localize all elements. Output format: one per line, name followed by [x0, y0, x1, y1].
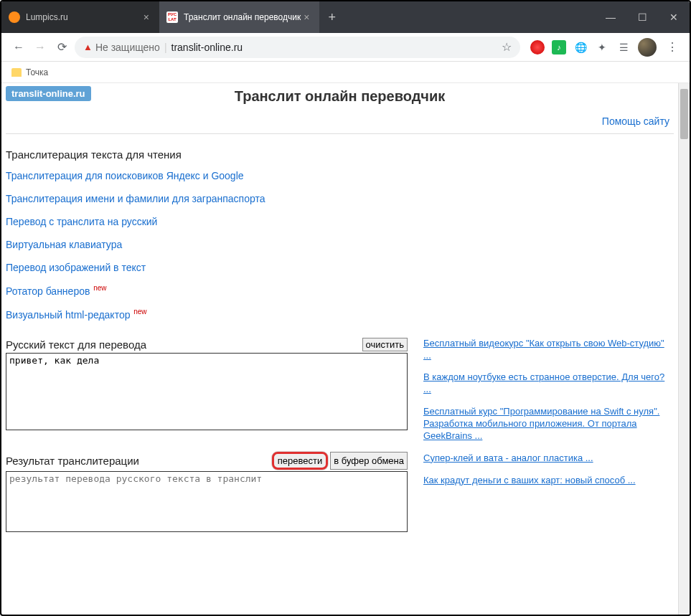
nav-link[interactable]: Перевод изображений в текст	[6, 262, 146, 273]
input-label: Русский текст для перевода	[6, 338, 146, 351]
site-logo[interactable]: translit-online.ru	[6, 86, 91, 101]
address-bar: ← → ⟳ ▲ Не защищено | translit-online.ru…	[1, 33, 690, 62]
scroll-thumb[interactable]	[680, 89, 688, 139]
bookmark-star-icon[interactable]: ☆	[502, 40, 512, 54]
folder-icon	[11, 68, 22, 77]
source-textarea[interactable]	[6, 353, 408, 430]
nav-link[interactable]: Виртуальная клавиатура	[6, 239, 122, 250]
result-textarea[interactable]	[6, 471, 408, 532]
globe-icon[interactable]: 🌐	[573, 40, 588, 55]
clipboard-button[interactable]: в буфер обмена	[330, 452, 408, 470]
new-badge: new	[91, 284, 106, 292]
back-button[interactable]: ←	[10, 39, 27, 56]
sidebar-link[interactable]: Бесплатный видеокурс "Как открыть свою W…	[423, 338, 674, 362]
reload-button[interactable]: ⟳	[53, 39, 70, 56]
warning-triangle-icon: ▲	[83, 42, 93, 52]
maximize-button[interactable]: ☐	[626, 11, 658, 23]
nav-link[interactable]: Визуальный html-редактор	[6, 310, 130, 321]
tab-lumpics[interactable]: Lumpics.ru ×	[1, 1, 159, 33]
window-controls: — ☐ ✕	[595, 1, 690, 33]
help-link[interactable]: Помощь сайту	[602, 115, 669, 127]
new-badge: new	[131, 308, 146, 316]
vertical-scrollbar[interactable]	[678, 83, 690, 615]
opera-icon[interactable]: O	[530, 40, 545, 55]
close-icon[interactable]: ×	[301, 11, 312, 23]
security-label: Не защищено	[95, 42, 160, 53]
security-warning[interactable]: ▲ Не защищено	[83, 42, 160, 53]
tab-translit[interactable]: РУСLAT Транслит онлайн переводчик ×	[159, 1, 319, 33]
page-content: translit-online.ru Транслит онлайн перев…	[1, 83, 678, 615]
sidebar-link[interactable]: Супер-клей и вата - аналог пластика ...	[423, 452, 674, 465]
divider	[6, 133, 674, 134]
bookmark-item[interactable]: Точка	[26, 67, 48, 77]
close-window-button[interactable]: ✕	[658, 11, 690, 23]
section-heading: Транслитерация текста для чтения	[6, 148, 674, 161]
translate-button[interactable]: перевести	[272, 452, 328, 470]
sidebar-link[interactable]: Бесплатный курс "Программирование на Swi…	[423, 406, 674, 442]
page-title: Транслит онлайн переводчик	[6, 88, 674, 105]
profile-avatar[interactable]	[638, 38, 657, 57]
new-tab-button[interactable]: +	[319, 1, 344, 33]
extensions-icon[interactable]: ✦	[595, 40, 609, 55]
window-titlebar: Lumpics.ru × РУСLAT Транслит онлайн пере…	[1, 1, 690, 33]
sidebar-ads: Бесплатный видеокурс "Как открыть свою W…	[423, 338, 674, 535]
extension-icons: O ♪ 🌐 ✦ ☰ ⋮	[530, 38, 681, 57]
bookmarks-bar: Точка	[1, 62, 690, 83]
nav-link[interactable]: Транслитерация имени и фамилии для загра…	[6, 193, 265, 204]
minimize-button[interactable]: —	[595, 11, 626, 23]
translit-favicon: РУСLAT	[166, 11, 178, 23]
tab-label: Транслит онлайн переводчик	[184, 12, 301, 22]
sidebar-link[interactable]: Как крадут деньги с ваших карт: новый сп…	[423, 475, 674, 487]
kebab-menu-icon[interactable]: ⋮	[664, 40, 681, 54]
nav-link[interactable]: Ротатор баннеров	[6, 285, 90, 297]
navigation-links: Транслитерация для поисковиков Яндекс и …	[6, 169, 674, 322]
forward-button[interactable]: →	[32, 39, 49, 56]
url-text: translit-online.ru	[171, 42, 243, 53]
clear-button[interactable]: очистить	[362, 338, 408, 351]
url-field[interactable]: ▲ Не защищено | translit-online.ru ☆	[75, 37, 520, 58]
close-icon[interactable]: ×	[141, 11, 152, 23]
tab-label: Lumpics.ru	[26, 12, 68, 22]
music-icon[interactable]: ♪	[552, 40, 566, 55]
nav-link[interactable]: Перевод с транслита на русский	[6, 216, 157, 227]
reading-list-icon[interactable]: ☰	[616, 40, 631, 55]
sidebar-link[interactable]: В каждом ноутбуке есть странное отверсти…	[423, 371, 674, 396]
output-label: Результат транслитерации	[6, 455, 139, 467]
lumpics-favicon	[9, 11, 20, 23]
nav-link[interactable]: Транслитерация для поисковиков Яндекс и …	[6, 170, 244, 181]
